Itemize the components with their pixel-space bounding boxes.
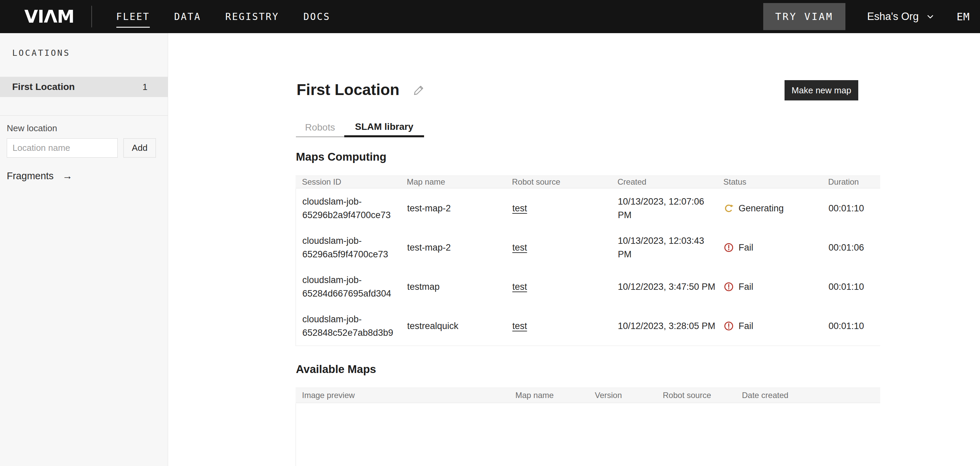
chevron-down-icon (926, 12, 935, 21)
duration-cell: 00:01:10 (822, 321, 881, 331)
map-name-cell: testrealquick (401, 321, 506, 331)
table-row: cloudslam-job-65296a5f9f4700ce73 test-ma… (296, 228, 880, 267)
nav-item-fleet[interactable]: FLEET (116, 11, 150, 22)
table-row: cloudslam-job-65284d667695afd304 testmap… (296, 267, 880, 306)
col-date-created: Date created (735, 391, 880, 400)
maps-computing-header-row: Session ID Map name Robot source Created… (296, 175, 880, 188)
tab-slam-library[interactable]: SLAM library (344, 118, 425, 137)
created-cell: 10/13/2023, 12:07:06 PM (611, 195, 717, 222)
status-label: Fail (738, 321, 753, 331)
col-status: Status (717, 177, 822, 187)
fail-icon (724, 321, 734, 331)
fail-icon (724, 282, 734, 292)
page-title: First Location (297, 81, 399, 99)
map-name-cell: test-map-2 (401, 203, 506, 214)
robot-source-link[interactable]: test (512, 282, 527, 292)
robot-source-link[interactable]: test (512, 242, 527, 253)
table-row: cloudslam-job-652848c52e7ab8d3b9 testrea… (296, 306, 880, 346)
nav-item-data[interactable]: DATA (174, 11, 201, 22)
maps-computing-title: Maps Computing (296, 151, 387, 163)
status-label: Fail (738, 242, 753, 253)
page-title-row: First Location (297, 81, 425, 99)
nav-item-registry[interactable]: REGISTRY (225, 11, 279, 22)
available-maps-title: Available Maps (296, 363, 376, 376)
try-viam-button[interactable]: TRY VIAM (763, 3, 846, 30)
col-version: Version (589, 391, 656, 400)
viam-logo[interactable]: VIΛM (24, 6, 75, 27)
fail-icon (724, 242, 734, 253)
org-name: Esha's Org (867, 11, 918, 23)
duration-cell: 00:01:06 (822, 242, 881, 253)
location-name-input[interactable] (7, 138, 118, 157)
main-content: First Location Make new map Robots SLAM … (296, 33, 880, 466)
status-label: Generating (738, 203, 784, 214)
col-map-name: Map name (400, 177, 506, 187)
col-robot-source: Robot source (506, 177, 611, 187)
status-badge: Fail (717, 321, 822, 331)
col-image-preview: Image preview (296, 391, 509, 400)
arrow-right-icon: → (62, 170, 73, 181)
session-id-cell: cloudslam-job-65296a5f9f4700ce73 (296, 234, 401, 261)
add-location-button[interactable]: Add (123, 138, 156, 157)
table-row: cloudslam-job-65296b2a9f4700ce73 test-ma… (296, 189, 880, 228)
session-id-cell: cloudslam-job-65284d667695afd304 (296, 273, 401, 300)
maps-computing-table-body: cloudslam-job-65296b2a9f4700ce73 test-ma… (296, 189, 880, 346)
fragments-link[interactable]: Fragments → (7, 170, 73, 181)
col-duration: Duration (822, 177, 880, 187)
created-cell: 10/12/2023, 3:28:05 PM (611, 319, 717, 333)
col-created: Created (611, 177, 717, 187)
sidebar-divider (0, 115, 168, 116)
nav-item-docs[interactable]: DOCS (303, 11, 330, 22)
created-cell: 10/13/2023, 12:03:43 PM (611, 234, 717, 261)
session-id-cell: cloudslam-job-65296b2a9f4700ce73 (296, 195, 401, 222)
tabs: Robots SLAM library (296, 118, 424, 137)
robot-source-link[interactable]: test (512, 321, 527, 331)
status-badge: Fail (717, 282, 822, 292)
available-maps-empty-body (296, 404, 880, 466)
locations-sidebar: LOCATIONS First Location 1 New location … (0, 33, 168, 466)
nav-divider (91, 6, 92, 27)
duration-cell: 00:01:10 (822, 282, 881, 292)
locations-heading: LOCATIONS (12, 48, 70, 58)
map-name-cell: testmap (401, 282, 506, 292)
user-avatar-initials[interactable]: EM (957, 11, 970, 23)
make-new-map-button[interactable]: Make new map (784, 80, 858, 100)
sidebar-item-first-location[interactable]: First Location 1 (0, 77, 168, 97)
col-map-name: Map name (509, 391, 589, 400)
fragments-label: Fragments (7, 170, 54, 181)
nav-links: FLEET DATA REGISTRY DOCS (116, 11, 330, 22)
edit-location-name-button[interactable] (413, 84, 425, 97)
created-cell: 10/12/2023, 3:47:50 PM (611, 280, 717, 294)
main-area: First Location Make new map Robots SLAM … (168, 33, 980, 466)
new-location-form: Add (7, 138, 156, 157)
session-id-cell: cloudslam-job-652848c52e7ab8d3b9 (296, 312, 401, 340)
available-maps-header-row: Image preview Map name Version Robot sou… (296, 388, 880, 403)
org-switcher[interactable]: Esha's Org (867, 11, 935, 23)
top-nav: VIΛM FLEET DATA REGISTRY DOCS TRY VIAM E… (0, 0, 980, 33)
status-badge: Generating (717, 203, 822, 214)
pencil-icon (413, 84, 425, 96)
col-session-id: Session ID (296, 177, 400, 187)
location-robot-count: 1 (143, 82, 148, 92)
tab-robots[interactable]: Robots (296, 118, 344, 137)
map-name-cell: test-map-2 (401, 242, 506, 253)
col-robot-source: Robot source (656, 391, 735, 400)
status-label: Fail (738, 282, 753, 292)
generating-spinner-icon (724, 203, 734, 213)
new-location-label: New location (7, 123, 57, 134)
duration-cell: 00:01:10 (822, 203, 881, 214)
robot-source-link[interactable]: test (512, 203, 527, 213)
nav-right: TRY VIAM Esha's Org EM (763, 3, 970, 30)
location-name: First Location (12, 81, 75, 92)
status-badge: Fail (717, 242, 822, 253)
